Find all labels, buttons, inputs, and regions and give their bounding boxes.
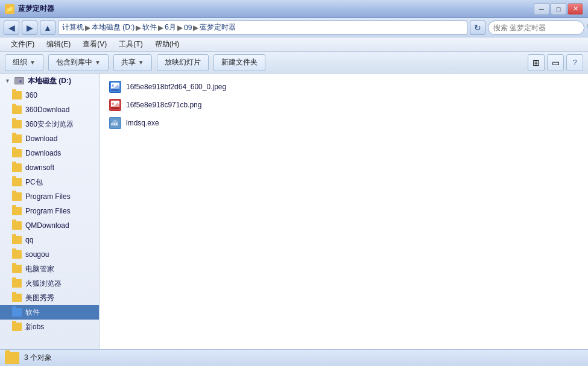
hdd-icon (14, 77, 24, 84)
svg-point-8 (112, 103, 114, 105)
share-button[interactable]: 共享 ▼ (113, 54, 152, 71)
folder-icon-qmdl (12, 221, 22, 230)
sidebar-label-ff: 火狐浏览器 (25, 279, 62, 289)
sidebar-label-sg: sougou (25, 250, 49, 259)
sidebar-item-qq[interactable]: qq (0, 233, 99, 247)
folder-icon-pcpkg (12, 178, 22, 186)
menu-bar: 文件(F) 编辑(E) 查看(V) 工具(T) 帮助(H) (0, 37, 588, 52)
search-input[interactable] (493, 24, 584, 32)
folder-icon-sg (12, 250, 22, 259)
folder-icon-pf1 (12, 192, 22, 201)
sidebar-item-360[interactable]: 360 (0, 88, 99, 103)
folder-icon-360 (12, 91, 22, 99)
folder-icon-360br (12, 120, 22, 128)
sidebar-label-dls: Downloads (25, 149, 61, 157)
library-arrow: ▼ (95, 59, 101, 66)
menu-view[interactable]: 查看(V) (77, 38, 113, 51)
file-name-exe: lmdsq.exe (126, 119, 159, 127)
sidebar-label-mt: 美图秀秀 (25, 293, 54, 303)
sidebar-item-360browser[interactable]: 360安全浏览器 (0, 117, 99, 131)
help-view-button[interactable]: ? (566, 54, 583, 71)
new-folder-button[interactable]: 新建文件夹 (213, 54, 265, 71)
sidebar-label-downsoft: downsoft (25, 163, 54, 172)
sidebar-item-sougou[interactable]: sougou (0, 247, 99, 262)
sidebar-item-drive[interactable]: ▼ 本地磁盘 (D:) (0, 74, 99, 88)
file-item-png[interactable]: 16f5e8e918c971cb.png (104, 96, 583, 113)
jpeg-icon (109, 81, 121, 93)
title-bar: 📁 蓝梦定时器 ─ □ ✕ (0, 0, 588, 18)
sidebar-label-obs: 新obs (25, 322, 44, 332)
status-count: 3 个对象 (24, 353, 52, 363)
window-icon: 📁 (5, 4, 14, 14)
sidebar-item-download[interactable]: Download (0, 131, 99, 146)
status-folder-icon (5, 352, 19, 364)
sidebar-label-pf1: Program Files (25, 192, 71, 201)
sidebar-item-pcpkg[interactable]: PC包 (0, 175, 99, 189)
menu-edit[interactable]: 编辑(E) (40, 38, 77, 51)
address-path[interactable]: 计算机 ▶ 本地磁盘 (D:) ▶ 软件 ▶ 6月 ▶ 09 ▶ 蓝梦定时器 (58, 21, 467, 35)
sidebar-item-360download[interactable]: 360Download (0, 103, 99, 117)
forward-button[interactable]: ▶ (22, 21, 37, 35)
view-details-button[interactable]: ▭ (547, 54, 564, 71)
close-button[interactable]: ✕ (567, 3, 583, 15)
window-controls: ─ □ ✕ (534, 3, 583, 15)
organize-button[interactable]: 组织 ▼ (5, 54, 43, 71)
sidebar-item-programfiles2[interactable]: Program Files (0, 204, 99, 218)
share-arrow: ▼ (138, 59, 144, 66)
title-bar-left: 📁 蓝梦定时器 (5, 4, 54, 14)
minimize-button[interactable]: ─ (534, 3, 549, 15)
sidebar-item-software[interactable]: 软件 (0, 305, 99, 320)
path-part-month[interactable]: 6月 (165, 22, 176, 33)
include-library-button[interactable]: 包含到库中 ▼ (48, 54, 109, 71)
sidebar-item-newobs[interactable]: 新obs (0, 320, 99, 334)
back-button[interactable]: ◀ (4, 21, 19, 35)
folder-icon-sw (12, 308, 22, 317)
sidebar-item-firefox[interactable]: 火狐浏览器 (0, 276, 99, 291)
menu-file[interactable]: 文件(F) (5, 38, 40, 51)
address-bar: ◀ ▶ ▲ 计算机 ▶ 本地磁盘 (D:) ▶ 软件 ▶ 6月 ▶ 09 ▶ 蓝… (0, 18, 588, 37)
path-part-computer[interactable]: 计算机 (62, 22, 84, 33)
sidebar-item-programfiles1[interactable]: Program Files (0, 189, 99, 204)
sidebar-label-qmdl: QMDownload (25, 221, 69, 230)
sidebar-label-sw: 软件 (25, 308, 40, 318)
up-button[interactable]: ▲ (40, 21, 55, 35)
path-part-software[interactable]: 软件 (142, 22, 157, 33)
sidebar-item-pcmanager[interactable]: 电脑管家 (0, 262, 99, 276)
refresh-button[interactable]: ↻ (470, 21, 485, 35)
file-item-exe[interactable]: EXE lmdsq.exe (104, 115, 583, 131)
menu-tools[interactable]: 工具(T) (113, 38, 148, 51)
file-name-jpeg: 16f5e8e918bf2d64_600_0.jpeg (126, 83, 226, 91)
search-box[interactable]: 🔍 (488, 21, 584, 35)
status-bar: 3 个对象 (0, 349, 588, 366)
folder-icon-mt (12, 294, 22, 302)
path-part-current[interactable]: 蓝梦定时器 (200, 22, 236, 33)
svg-text:EXE: EXE (111, 122, 118, 126)
maximize-button[interactable]: □ (551, 3, 566, 15)
file-list: 16f5e8e918bf2d64_600_0.jpeg 16f5e8e918c9… (104, 78, 583, 131)
path-part-day[interactable]: 09 (184, 24, 192, 32)
sidebar-label-pcpkg: PC包 (25, 177, 43, 188)
sidebar-item-downloads[interactable]: Downloads (0, 146, 99, 160)
exe-icon: EXE (109, 117, 121, 129)
view-tiles-button[interactable]: ⊞ (528, 54, 545, 71)
sidebar-label-drive: 本地磁盘 (D:) (28, 76, 71, 86)
sidebar-item-qmdownload[interactable]: QMDownload (0, 218, 99, 233)
file-item-jpeg[interactable]: 16f5e8e918bf2d64_600_0.jpeg (104, 78, 583, 95)
organize-arrow: ▼ (30, 59, 36, 66)
png-icon (109, 99, 121, 111)
sidebar-item-downsoft[interactable]: downsoft (0, 160, 99, 175)
folder-icon-ff (12, 279, 22, 288)
sidebar-item-meitu[interactable]: 美图秀秀 (0, 291, 99, 305)
sidebar-label-360: 360 (25, 91, 37, 99)
folder-icon-qq (12, 236, 22, 244)
sidebar-label-qq: qq (25, 236, 33, 244)
sidebar-label-dl: Download (25, 134, 57, 143)
sidebar: ▼ 本地磁盘 (D:) 360 360Download 360安全浏览器 Dow… (0, 74, 100, 349)
sidebar-label-360dl: 360Download (25, 106, 69, 114)
path-part-drive[interactable]: 本地磁盘 (D:) (92, 22, 134, 33)
toolbar-right: ⊞ ▭ ? (528, 54, 583, 71)
menu-help[interactable]: 帮助(H) (149, 38, 186, 51)
folder-icon-downsoft (12, 163, 22, 172)
slideshow-button[interactable]: 放映幻灯片 (157, 54, 209, 71)
folder-icon-dl (12, 134, 22, 143)
